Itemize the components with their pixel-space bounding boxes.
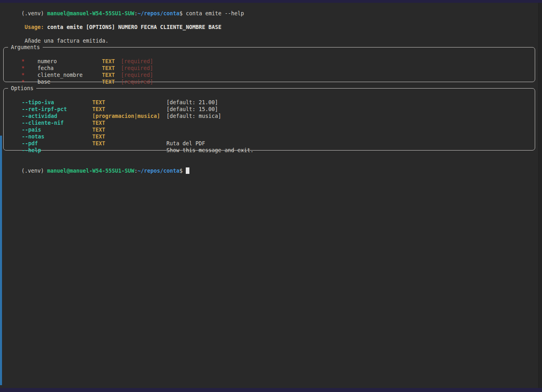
option-type: TEXT bbox=[92, 120, 166, 126]
argument-name: fecha bbox=[37, 65, 102, 72]
prompt-sigil: $ bbox=[179, 168, 186, 174]
prompt-line-1: (.venv) manuel@manuel-W54-55SU1-SUW:~/re… bbox=[2, 3, 244, 10]
options-panel: Options --tipo-ivaTEXT[default: 21.00] -… bbox=[3, 88, 535, 151]
arguments-panel: Arguments *numeroTEXT[required] *fechaTE… bbox=[3, 47, 535, 82]
argument-type: TEXT bbox=[102, 78, 121, 85]
option-type: TEXT bbox=[92, 140, 166, 147]
options-rows: --tipo-ivaTEXT[default: 21.00] --ret-irp… bbox=[4, 89, 535, 147]
option-type: TEXT bbox=[92, 99, 166, 106]
option-description: [default: 21.00] bbox=[166, 99, 218, 106]
terminal-scrollbar[interactable] bbox=[538, 3, 542, 388]
option-name: --pais bbox=[22, 126, 92, 133]
window-bottom-edge bbox=[0, 388, 542, 392]
user-host: manuel@manuel-W54-55SU1-SUW bbox=[47, 10, 134, 17]
window-top-edge bbox=[0, 0, 542, 3]
option-name: --actividad bbox=[22, 113, 92, 120]
left-accent-bar bbox=[0, 136, 2, 385]
option-description: [default: 15.00] bbox=[166, 106, 218, 113]
cwd-path: ~/repos/conta bbox=[137, 168, 179, 174]
required-marker: * bbox=[21, 78, 37, 85]
required-marker: * bbox=[21, 72, 37, 78]
terminal-window: (.venv) manuel@manuel-W54-55SU1-SUW:~/re… bbox=[0, 0, 542, 392]
cwd-path: ~/repos/conta bbox=[137, 10, 179, 17]
text-cursor bbox=[186, 167, 189, 174]
venv-indicator: (.venv) bbox=[21, 10, 47, 17]
argument-required: [required] bbox=[121, 78, 153, 85]
argument-name: numero bbox=[37, 58, 102, 65]
option-name: --tipo-iva bbox=[22, 99, 92, 106]
command-description: Añade una factura emitida. bbox=[25, 38, 108, 44]
argument-row: *numeroTEXT[required] bbox=[4, 51, 535, 58]
command-text: conta emite --help bbox=[186, 10, 244, 17]
required-marker: * bbox=[21, 58, 37, 65]
user-host: manuel@manuel-W54-55SU1-SUW bbox=[47, 168, 134, 174]
description-line: Añade una factura emitida. bbox=[5, 31, 108, 37]
option-name: --help bbox=[22, 147, 92, 154]
argument-type: TEXT bbox=[102, 65, 121, 72]
usage-line: Usage: conta emite [OPTIONS] NUMERO FECH… bbox=[5, 17, 221, 24]
usage-syntax: conta emite [OPTIONS] NUMERO FECHA CLIEN… bbox=[44, 24, 221, 30]
option-description: Ruta del PDF bbox=[166, 140, 205, 147]
option-description: [default: musica] bbox=[166, 113, 221, 120]
required-marker: * bbox=[21, 65, 37, 72]
argument-type: TEXT bbox=[102, 58, 121, 65]
argument-required: [required] bbox=[121, 72, 153, 78]
option-name: --cliente-nif bbox=[22, 120, 92, 126]
option-row: --tipo-ivaTEXT[default: 21.00] bbox=[4, 92, 535, 99]
option-name: --pdf bbox=[22, 140, 92, 147]
option-type: TEXT bbox=[92, 133, 166, 140]
argument-required: [required] bbox=[121, 58, 153, 65]
argument-name: base bbox=[37, 78, 102, 85]
arguments-rows: *numeroTEXT[required] *fechaTEXT[require… bbox=[4, 47, 535, 78]
prompt-line-2: (.venv) manuel@manuel-W54-55SU1-SUW:~/re… bbox=[2, 161, 189, 167]
argument-name: cliente_nombre bbox=[37, 72, 102, 78]
arguments-panel-title: Arguments bbox=[8, 44, 43, 51]
option-type: TEXT bbox=[92, 126, 166, 133]
option-type: TEXT bbox=[92, 106, 166, 113]
prompt-sigil: $ bbox=[179, 10, 186, 17]
option-type: [programacion|musica] bbox=[92, 113, 166, 120]
venv-indicator: (.venv) bbox=[21, 168, 47, 174]
option-name: --ret-irpf-pct bbox=[22, 106, 92, 113]
options-panel-title: Options bbox=[8, 85, 36, 92]
option-name: --notas bbox=[22, 133, 92, 140]
usage-label: Usage: bbox=[25, 24, 44, 30]
argument-required: [required] bbox=[121, 65, 153, 72]
argument-type: TEXT bbox=[102, 72, 121, 78]
terminal-screen[interactable]: (.venv) manuel@manuel-W54-55SU1-SUW:~/re… bbox=[0, 3, 539, 388]
option-description: Show this message and exit. bbox=[166, 147, 253, 154]
